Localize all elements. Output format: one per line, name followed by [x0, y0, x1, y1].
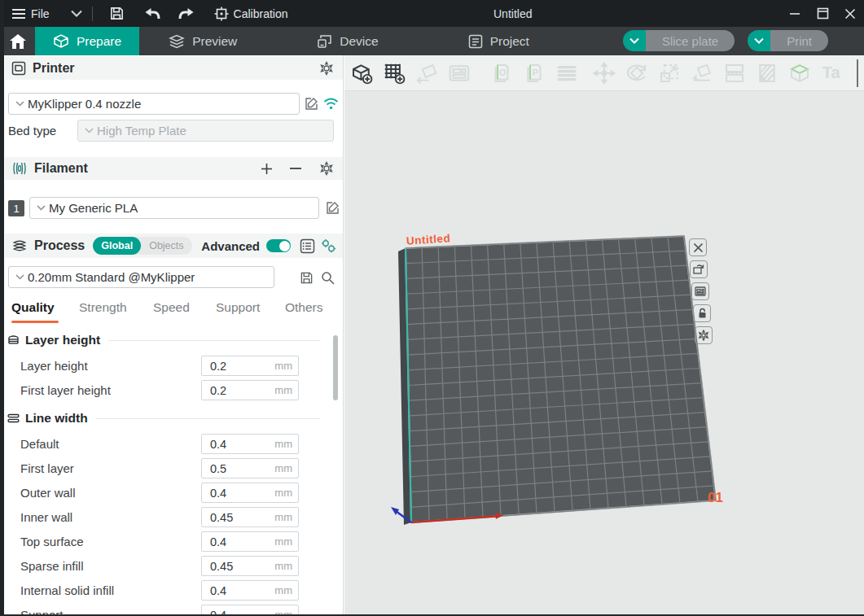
- lock-plate-button[interactable]: [693, 304, 711, 322]
- tab-speed[interactable]: Speed: [153, 300, 190, 315]
- import-objects-button[interactable]: O: [489, 60, 515, 86]
- setting-value: 0.4: [210, 584, 226, 597]
- settings-sidebar: Printer MyKlipper 0.4 nozzle Bed type Hi…: [0, 55, 344, 616]
- filament-icon: [11, 162, 28, 175]
- tab-preview[interactable]: Preview: [151, 27, 255, 55]
- add-object-button[interactable]: [349, 60, 375, 86]
- setting-row: Layer height 0.2 mm: [0, 353, 331, 378]
- tab-others[interactable]: Others: [285, 300, 323, 315]
- setting-input[interactable]: 0.5 mm: [201, 458, 299, 478]
- print-dropdown[interactable]: [748, 30, 770, 51]
- group-layer-height: Layer height: [7, 330, 325, 350]
- svg-text:Ta: Ta: [822, 63, 841, 81]
- setting-row: Inner wall 0.45 mm: [0, 505, 331, 529]
- plate-gear-button[interactable]: [695, 326, 713, 344]
- setting-row: First layer 0.5 mm: [0, 456, 331, 480]
- print-button[interactable]: Print: [770, 30, 828, 51]
- edit-filament-icon[interactable]: [322, 198, 342, 217]
- printer-preset-combo[interactable]: MyKlipper 0.4 nozzle: [8, 93, 300, 115]
- print-split-button: Print: [748, 30, 828, 51]
- setting-input[interactable]: 0.4 mm: [201, 483, 299, 503]
- advanced-toggle[interactable]: [266, 239, 291, 252]
- save-preset-icon[interactable]: [296, 268, 316, 287]
- plate-settings-button[interactable]: [691, 282, 709, 300]
- close-button[interactable]: [836, 0, 864, 27]
- filament-settings-gear-icon[interactable]: [317, 159, 336, 178]
- filament-preset-combo[interactable]: My Generic PLA: [29, 197, 319, 219]
- scale-tool-button[interactable]: [656, 60, 682, 86]
- setting-input[interactable]: 0.45 mm: [201, 507, 299, 527]
- setting-input[interactable]: 0.4 mm: [201, 580, 299, 601]
- tab-quality[interactable]: Quality: [11, 300, 55, 315]
- toolbar-separator: [857, 59, 858, 87]
- home-button[interactable]: [0, 27, 35, 55]
- arrange-button[interactable]: [446, 60, 472, 86]
- tab-support[interactable]: Support: [216, 300, 260, 315]
- hamburger-icon: [11, 8, 26, 20]
- lay-flat-tool-button[interactable]: [689, 60, 715, 86]
- auto-orient-button[interactable]: [414, 60, 440, 86]
- undo-icon: [144, 7, 160, 20]
- setting-input[interactable]: 0.4 mm: [201, 531, 299, 552]
- setting-label: Top surface: [20, 535, 84, 548]
- redo-icon: [178, 7, 195, 20]
- compare-presets-icon[interactable]: [318, 236, 338, 256]
- save-button[interactable]: [109, 6, 125, 21]
- tab-prepare[interactable]: Prepare: [35, 27, 139, 55]
- printer-section-header: Printer: [5, 57, 343, 80]
- titlebar: File Calibration: [0, 0, 864, 27]
- active-tab-underline: [11, 321, 59, 323]
- tab-device[interactable]: Device: [299, 27, 396, 55]
- arrange-plate-button[interactable]: [690, 260, 708, 278]
- setting-value: 0.4: [210, 535, 226, 548]
- undo-button[interactable]: [144, 7, 160, 20]
- setting-input[interactable]: 0.4 mm: [201, 434, 299, 454]
- layers-list-button[interactable]: [554, 60, 580, 86]
- slice-plate-button[interactable]: Slice plate: [646, 30, 735, 51]
- filament-slot-badge[interactable]: 1: [8, 200, 24, 216]
- process-preset-combo[interactable]: 0.20mm Standard @MyKlipper: [8, 266, 274, 288]
- remove-filament-icon[interactable]: [286, 159, 305, 178]
- add-plate-button[interactable]: [381, 60, 407, 86]
- search-icon[interactable]: [318, 268, 337, 287]
- process-section-title: Process: [34, 238, 85, 253]
- bed-type-combo[interactable]: High Temp Plate: [77, 120, 334, 142]
- assembly-view-button[interactable]: [787, 60, 813, 86]
- delete-plate-button[interactable]: [689, 238, 707, 256]
- calibration-button[interactable]: Calibration: [214, 7, 288, 21]
- scope-global-button[interactable]: Global: [93, 237, 141, 255]
- file-menu[interactable]: File: [11, 7, 50, 20]
- add-filament-icon[interactable]: [257, 159, 276, 178]
- setting-input[interactable]: 0.2 mm: [201, 356, 299, 376]
- tab-strength[interactable]: Strength: [79, 300, 127, 315]
- rotate-tool-button[interactable]: [624, 60, 650, 86]
- slice-plate-dropdown[interactable]: [623, 30, 646, 51]
- fill-color-tool-button[interactable]: [754, 60, 780, 86]
- setting-input[interactable]: 0.2 mm: [201, 380, 299, 400]
- import-page-button[interactable]: P: [521, 60, 547, 86]
- text-tool-button[interactable]: Ta: [819, 60, 845, 86]
- group-title: Line width: [25, 411, 88, 426]
- printer-settings-gear-icon[interactable]: [317, 59, 336, 78]
- tab-project[interactable]: Project: [450, 27, 547, 55]
- setting-input[interactable]: 0.45 mm: [201, 556, 299, 576]
- parameter-list-icon[interactable]: [297, 236, 317, 256]
- wifi-icon[interactable]: [321, 94, 340, 113]
- file-menu-expand[interactable]: [71, 10, 82, 17]
- group-title: Layer height: [25, 333, 100, 347]
- move-tool-button[interactable]: [591, 60, 617, 86]
- build-plate-canvas[interactable]: [344, 91, 864, 616]
- setting-row: Internal solid infill 0.4 mm: [0, 578, 331, 602]
- maximize-button[interactable]: [809, 0, 836, 27]
- minimize-button[interactable]: [781, 0, 809, 27]
- split-tool-button[interactable]: [721, 60, 748, 86]
- setting-unit: mm: [274, 438, 292, 450]
- calibration-label: Calibration: [234, 7, 288, 20]
- redo-button[interactable]: [178, 7, 195, 20]
- setting-value: 0.4: [210, 438, 226, 451]
- filament-section-header: Filament: [5, 157, 343, 180]
- viewport-3d[interactable]: O P: [344, 55, 864, 616]
- edit-printer-icon[interactable]: [301, 94, 321, 113]
- sidebar-scrollbar-thumb[interactable]: [333, 335, 338, 400]
- scope-objects-button[interactable]: Objects: [141, 237, 191, 255]
